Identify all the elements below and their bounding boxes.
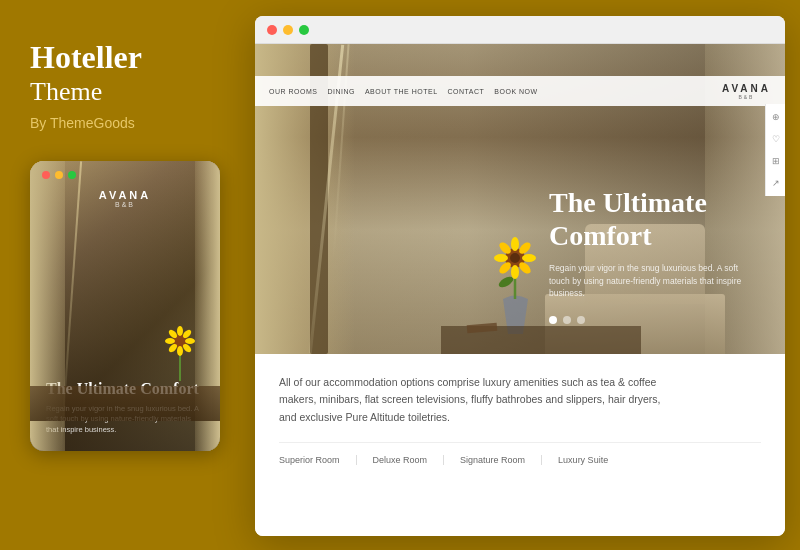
nav-contact[interactable]: CONTACT	[448, 88, 485, 95]
mobile-hero: AVANA B&B The Ultimate Comfort Regain yo…	[30, 161, 220, 451]
svg-point-19	[494, 254, 508, 262]
desktop-maximize-dot	[299, 25, 309, 35]
desktop-minimize-dot	[283, 25, 293, 35]
mobile-minimize-dot	[55, 171, 63, 179]
mobile-avana-logo: AVANA B&B	[99, 189, 151, 208]
mobile-window-controls	[42, 171, 76, 179]
hero-pagination-dots	[549, 316, 761, 324]
desktop-titlebar	[255, 16, 785, 44]
avana-logo-sub: B&B	[722, 94, 771, 100]
svg-point-8	[165, 338, 175, 344]
desktop-mockup: OUR ROOMS DINING ABOUT THE HOTEL CONTACT…	[255, 16, 785, 536]
hero-dot-1[interactable]	[549, 316, 557, 324]
svg-point-21	[510, 253, 520, 263]
nav-dining[interactable]: DINING	[327, 88, 355, 95]
grid-sidebar-icon[interactable]: ⊞	[769, 154, 783, 168]
desktop-hero: OUR ROOMS DINING ABOUT THE HOTEL CONTACT…	[255, 44, 785, 354]
svg-point-4	[185, 338, 195, 344]
hero-title-line2: Comfort	[549, 220, 652, 251]
mobile-close-dot	[42, 171, 50, 179]
nav-book[interactable]: BOOK NOW	[494, 88, 537, 95]
desktop-logo: AVANA B&B	[722, 83, 771, 100]
mobile-mockup: AVANA B&B The Ultimate Comfort Regain yo…	[30, 161, 220, 451]
desktop-nav: OUR ROOMS DINING ABOUT THE HOTEL CONTACT…	[255, 76, 785, 106]
avana-logo-text: AVANA	[722, 83, 771, 94]
mobile-avana-sub: B&B	[99, 201, 151, 208]
share-sidebar-icon[interactable]: ↗	[769, 176, 783, 190]
brand-by: By ThemeGoods	[30, 115, 135, 131]
content-description: All of our accommodation options compris…	[279, 374, 679, 426]
mobile-maximize-dot	[68, 171, 76, 179]
hero-dot-3[interactable]	[577, 316, 585, 324]
nav-links: OUR ROOMS DINING ABOUT THE HOTEL CONTACT…	[269, 88, 722, 95]
nav-our-rooms[interactable]: OUR ROOMS	[269, 88, 317, 95]
hero-title-line1: The Ultimate	[549, 187, 707, 218]
svg-point-17	[511, 265, 519, 279]
svg-point-13	[511, 237, 519, 251]
room-tabs: Superior Room Deluxe Room Signature Room…	[279, 442, 761, 465]
search-sidebar-icon[interactable]: ⊕	[769, 110, 783, 124]
mobile-sunflower-icon	[165, 326, 195, 381]
svg-point-6	[177, 346, 183, 356]
tab-signature-room[interactable]: Signature Room	[460, 455, 542, 465]
sidebar-icons: ⊕ ♡ ⊞ ↗	[765, 104, 785, 196]
nav-about[interactable]: ABOUT THE HOTEL	[365, 88, 438, 95]
brand-title: Hoteller	[30, 40, 142, 75]
hero-dot-2[interactable]	[563, 316, 571, 324]
desktop-close-dot	[267, 25, 277, 35]
tab-luxury-suite[interactable]: Luxury Suite	[558, 455, 624, 465]
hero-desc: Regain your vigor in the snug luxurious …	[549, 262, 761, 300]
left-panel: Hoteller Theme By ThemeGoods	[0, 0, 240, 550]
svg-point-2	[177, 326, 183, 336]
mobile-avana-text: AVANA	[99, 189, 151, 201]
tab-deluxe-room[interactable]: Deluxe Room	[373, 455, 445, 465]
tab-superior-room[interactable]: Superior Room	[279, 455, 357, 465]
hero-title: The Ultimate Comfort	[549, 187, 761, 251]
brand-subtitle: Theme	[30, 77, 102, 107]
heart-sidebar-icon[interactable]: ♡	[769, 132, 783, 146]
desktop-content: All of our accommodation options compris…	[255, 354, 785, 536]
